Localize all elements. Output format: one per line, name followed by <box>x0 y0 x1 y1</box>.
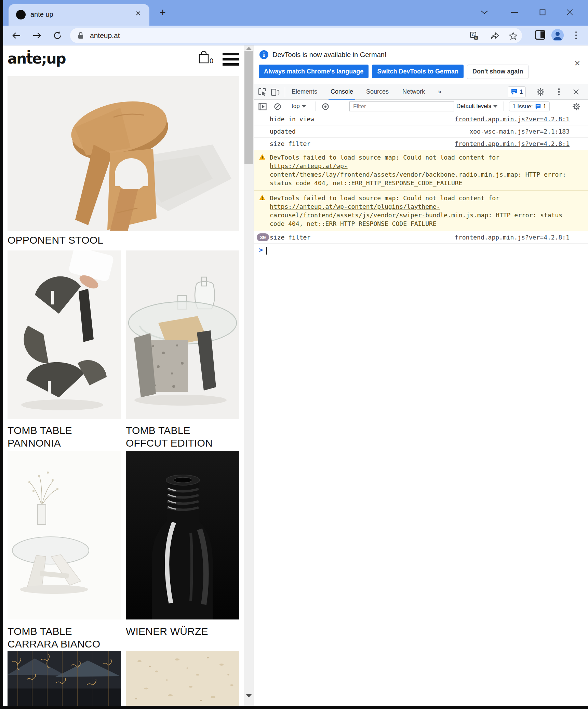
switch-devtools-german-button[interactable]: Switch DevTools to German <box>372 65 464 78</box>
product-title[interactable]: TOMB TABLE CARRARA BIANCO <box>8 625 113 650</box>
source-map-link[interactable]: https://anteup.at/wp-content/plugins/lay… <box>270 203 488 219</box>
settings-gear-icon[interactable] <box>536 87 545 97</box>
prompt-chevron-icon: > <box>259 246 263 254</box>
scrollbar-thumb[interactable] <box>244 51 253 164</box>
log-text: size filter <box>270 140 310 147</box>
devtools-infobar: i DevTools is now available in German! ✕… <box>254 45 588 84</box>
text-cursor <box>266 247 267 255</box>
product-title[interactable]: TOMB TABLE PANNONIA <box>8 424 121 449</box>
product-image-tomb-table-offcut[interactable] <box>126 250 239 419</box>
log-text: updated <box>270 128 296 135</box>
product-image-partial-right[interactable] <box>126 651 239 706</box>
window-close-button[interactable] <box>564 6 576 18</box>
console-settings-gear-icon[interactable] <box>572 102 581 111</box>
repeat-count-badge: 39 <box>257 233 269 241</box>
tab-console[interactable]: Console <box>329 84 355 100</box>
always-match-language-button[interactable]: Always match Chrome's language <box>259 65 369 78</box>
browser-menu-icon[interactable] <box>573 30 579 40</box>
source-link[interactable]: frontend.app.min.js?ver=4.2.8:1 <box>455 138 570 150</box>
product-title[interactable]: WIENER WÜRZE <box>126 625 239 638</box>
log-levels-dropdown[interactable]: Default levels <box>456 100 497 113</box>
console-log-area: hide in view frontend.app.min.js?ver=4.2… <box>254 113 588 256</box>
url-bar[interactable]: anteup.at Ga <box>70 28 522 43</box>
shopping-bag-icon <box>199 51 209 64</box>
source-link[interactable]: xoo-wsc-main.js?ver=2.1:183 <box>469 125 570 137</box>
translate-icon[interactable]: Ga <box>469 31 479 41</box>
menu-hamburger-icon[interactable] <box>223 53 239 66</box>
message-bubble-icon <box>511 88 518 95</box>
console-repeated-row: 39 size filter frontend.app.min.js?ver=4… <box>254 231 588 244</box>
window-chevron-icon[interactable] <box>478 6 491 18</box>
window-edge-left <box>0 0 3 709</box>
console-log-row: updated xoo-wsc-main.js?ver=2.1:183 <box>254 125 588 138</box>
tab-strip: ante up + <box>3 0 588 26</box>
log-text: size filter <box>270 234 310 241</box>
scroll-up-icon[interactable] <box>246 47 252 50</box>
site-logo[interactable]: anṫe;up <box>8 50 66 67</box>
page-scrollbar[interactable] <box>244 45 254 706</box>
bookmark-star-icon[interactable] <box>508 31 518 41</box>
product-image-opponent-stool[interactable] <box>8 76 239 231</box>
svg-text:a: a <box>475 36 477 40</box>
devtools-menu-icon[interactable] <box>554 87 564 97</box>
product-image-tomb-table-carrara[interactable] <box>8 451 121 619</box>
devtools-tab-bar: Elements Console Sources Network » 1 <box>254 84 588 100</box>
info-icon: i <box>259 50 268 59</box>
inspect-element-icon[interactable] <box>257 87 267 97</box>
console-toolbar: top Default levels 1 Issue: 1 <box>254 100 588 113</box>
dont-show-again-button[interactable]: Don't show again <box>467 65 529 79</box>
scroll-down-icon[interactable] <box>246 694 252 697</box>
window-maximize-button[interactable] <box>536 6 549 18</box>
profile-avatar[interactable] <box>551 29 564 41</box>
tab-sources[interactable]: Sources <box>364 84 391 99</box>
source-link[interactable]: frontend.app.min.js?ver=4.2.8:1 <box>455 113 570 125</box>
warning-triangle-icon <box>259 154 266 160</box>
product-image-partial-left[interactable] <box>8 651 121 706</box>
side-panel-icon[interactable] <box>535 30 545 40</box>
window-minimize-button[interactable] <box>508 6 521 18</box>
console-warning-row: DevTools failed to load source map: Coul… <box>254 150 588 191</box>
window-edge-bottom <box>0 706 588 709</box>
url-text: anteup.at <box>90 31 120 40</box>
back-icon[interactable] <box>11 30 22 41</box>
issues-counter[interactable]: 1 Issue: 1 <box>509 101 550 111</box>
lock-icon[interactable] <box>78 32 84 39</box>
browser-window: ante up + <box>0 0 588 709</box>
devtools-close-icon[interactable] <box>571 87 581 97</box>
console-prompt[interactable]: > <box>254 244 588 256</box>
log-text: hide in view <box>270 115 314 123</box>
reload-icon[interactable] <box>52 30 63 41</box>
browser-tab[interactable]: ante up <box>9 4 149 26</box>
new-tab-button[interactable]: + <box>158 8 168 18</box>
context-selector[interactable]: top <box>292 100 306 113</box>
source-map-link[interactable]: https://anteup.at/wp-content/themes/lay/… <box>270 162 518 178</box>
product-title[interactable]: TOMB TABLE OFFCUT EDITION <box>126 424 227 449</box>
console-warning-row: DevTools failed to load source map: Coul… <box>254 191 588 231</box>
cart-button[interactable]: 0 <box>199 51 218 67</box>
console-log-row: hide in view frontend.app.min.js?ver=4.2… <box>254 113 588 125</box>
warning-triangle-icon <box>259 194 266 201</box>
console-messages-badge[interactable]: 1 <box>508 86 526 97</box>
live-expression-eye-icon[interactable] <box>321 102 330 111</box>
console-log-row: size filter frontend.app.min.js?ver=4.2.… <box>254 138 588 150</box>
forward-icon[interactable] <box>31 30 43 41</box>
share-icon[interactable] <box>490 31 499 41</box>
infobar-close-icon[interactable]: ✕ <box>574 60 580 67</box>
clear-console-icon[interactable] <box>273 102 282 111</box>
tab-elements[interactable]: Elements <box>290 84 319 99</box>
tab-title: ante up <box>30 11 53 18</box>
tab-close-icon[interactable] <box>136 11 143 18</box>
console-sidebar-icon[interactable] <box>258 102 267 111</box>
device-toolbar-icon[interactable] <box>270 87 280 97</box>
tab-favicon-icon <box>16 10 26 19</box>
console-filter-input[interactable] <box>349 101 454 111</box>
tab-network[interactable]: Network <box>400 84 427 99</box>
product-image-tomb-table-pannonia[interactable] <box>8 250 121 419</box>
chevron-down-icon <box>493 105 497 108</box>
product-title[interactable]: OPPONENT STOOL <box>8 234 178 246</box>
source-link[interactable]: frontend.app.min.js?ver=4.2.8:1 <box>455 231 570 243</box>
issue-bubble-icon <box>535 104 541 110</box>
product-image-wiener-wuerze[interactable] <box>126 451 239 619</box>
devtools-panel: i DevTools is now available in German! ✕… <box>254 45 588 706</box>
tabs-overflow-chevron[interactable]: » <box>436 84 443 99</box>
